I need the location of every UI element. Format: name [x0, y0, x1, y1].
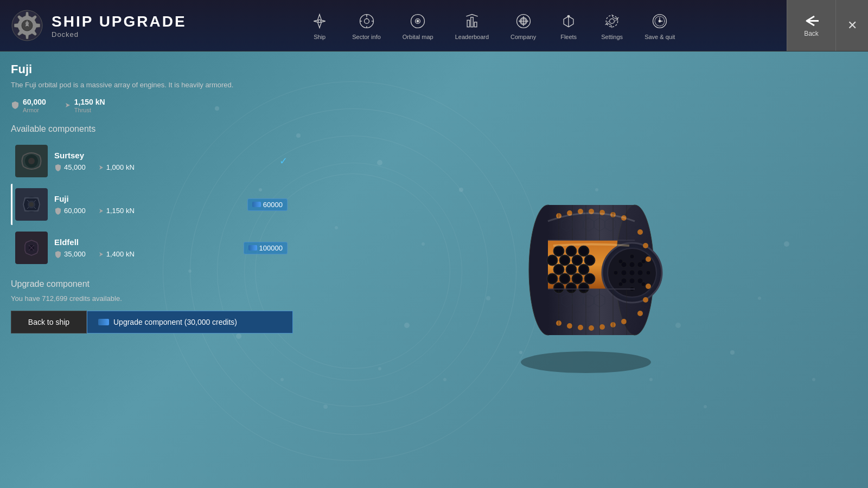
svg-rect-41	[471, 17, 473, 27]
settings-icon	[602, 11, 622, 31]
svg-point-138	[646, 256, 651, 262]
svg-point-132	[589, 325, 594, 331]
fuji-armor-value: 60,000	[64, 207, 86, 215]
nav-item-ship[interactable]: Ship	[298, 7, 341, 44]
svg-point-92	[586, 256, 593, 264]
eldfell-armor-value: 35,000	[64, 250, 86, 258]
svg-point-54	[28, 158, 35, 164]
close-icon: ✕	[847, 18, 857, 33]
svg-point-133	[599, 324, 605, 330]
svg-point-114	[614, 271, 618, 275]
component-row-fuji[interactable]: Fuji 60,000 1,150 kN	[11, 184, 293, 225]
nav-item-leaderboard[interactable]: Leaderboard	[444, 7, 500, 44]
arrow-left-icon	[803, 14, 820, 28]
fuji-cost-value: 60000	[263, 201, 283, 209]
surtsey-thrust-value: 1,000 kN	[106, 163, 135, 171]
leaderboard-icon	[462, 11, 482, 31]
svg-point-94	[567, 266, 575, 273]
armor-label: Armor	[23, 107, 46, 113]
svg-point-140	[643, 297, 648, 303]
nav-label-ship: Ship	[314, 34, 326, 40]
svg-point-47	[606, 15, 617, 27]
svg-point-130	[567, 323, 572, 329]
nav-item-orbital[interactable]: Orbital map	[392, 7, 444, 44]
eldfell-armor-stat: 35,000	[54, 250, 86, 258]
nav-label-fleets: Fleets	[560, 34, 577, 40]
components-section-title: Available components	[11, 124, 293, 134]
svg-point-95	[580, 266, 588, 273]
fuji-name: Fuji	[54, 194, 247, 203]
upgrade-section-title: Upgrade component	[11, 279, 293, 289]
nav-label-settings: Settings	[601, 34, 623, 40]
components-list: Surtsey 45,000 1,000 kN	[11, 140, 293, 268]
fuji-thumbnail	[15, 188, 48, 221]
back-to-ship-button[interactable]: Back to ship	[11, 311, 87, 333]
svg-point-88	[580, 247, 588, 255]
main-content: Fuji The Fuji orbital pod is a massive a…	[0, 52, 868, 488]
surtsey-thrust-icon	[97, 164, 104, 171]
svg-point-64	[521, 351, 651, 373]
svg-point-98	[573, 275, 581, 282]
nav-item-fleets[interactable]: Fleets	[547, 7, 590, 44]
svg-point-99	[586, 275, 593, 282]
svg-point-87	[567, 247, 575, 255]
svg-point-135	[621, 319, 627, 324]
svg-point-93	[555, 266, 563, 273]
fuji-thrust-icon	[97, 207, 104, 215]
nav-item-settings[interactable]: Settings	[590, 7, 634, 44]
fuji-cost-icon	[252, 202, 261, 207]
topbar-back-button[interactable]: Back	[787, 0, 835, 51]
nav-item-sector[interactable]: Sector info	[341, 7, 392, 44]
title-block: SHIP UPGRADE Docked	[52, 13, 187, 38]
fuji-armor-stat: 60,000	[54, 207, 86, 215]
eldfell-stats: 35,000 1,400 kN	[54, 250, 244, 258]
fuji-cost-badge: 60000	[247, 198, 288, 211]
fuji-armor-icon	[54, 207, 62, 215]
component-row-surtsey[interactable]: Surtsey 45,000 1,000 kN	[11, 140, 293, 182]
nav-items: Ship Sector info	[197, 7, 787, 44]
armor-icon	[11, 101, 20, 110]
surtsey-thrust-stat: 1,000 kN	[97, 163, 135, 171]
svg-point-45	[567, 15, 570, 17]
ship-logo-icon	[11, 9, 43, 42]
nav-label-company: Company	[510, 34, 536, 40]
svg-point-115	[646, 271, 650, 275]
svg-point-110	[637, 270, 643, 275]
thrust-label: Thrust	[74, 107, 105, 113]
svg-point-101	[567, 284, 575, 292]
thrust-icon	[62, 101, 71, 110]
topbar-close-button[interactable]: ✕	[835, 0, 868, 51]
topbar-back-label: Back	[804, 30, 819, 37]
svg-point-131	[578, 325, 583, 330]
sector-icon	[357, 11, 376, 31]
ship-icon	[310, 11, 329, 31]
svg-point-86	[555, 247, 563, 255]
eldfell-armor-icon	[54, 251, 62, 258]
svg-point-91	[573, 256, 581, 264]
right-visual	[304, 52, 868, 488]
surtsey-thumbnail	[15, 145, 48, 177]
nav-item-save-quit[interactable]: Save & quit	[634, 7, 686, 44]
svg-point-46	[610, 18, 615, 23]
svg-point-120	[618, 282, 623, 286]
credits-available: You have 712,699 credits available.	[11, 294, 293, 303]
svg-point-119	[641, 259, 646, 264]
upgrade-credits-icon	[98, 319, 109, 325]
nav-label-orbital: Orbital map	[403, 34, 433, 40]
ship-stats: 60,000 Armor 1,150 kN Thrust	[11, 97, 293, 113]
fuji-thrust-stat: 1,150 kN	[97, 207, 135, 215]
svg-point-118	[618, 259, 623, 264]
svg-point-116	[630, 254, 634, 259]
page-title: SHIP UPGRADE	[52, 13, 187, 30]
nav-label-sector: Sector info	[352, 34, 381, 40]
nav-item-company[interactable]: Company	[500, 7, 547, 44]
svg-point-102	[580, 284, 588, 292]
surtsey-armor-icon	[54, 164, 62, 171]
svg-point-141	[637, 311, 643, 316]
component-row-eldfell[interactable]: Eldfell 35,000 1,400 kN	[11, 227, 293, 268]
upgrade-component-button[interactable]: Upgrade component (30,000 credits)	[87, 311, 293, 333]
svg-point-29	[318, 20, 321, 22]
nav-label-leaderboard: Leaderboard	[455, 34, 489, 40]
svg-point-35	[364, 18, 369, 23]
action-buttons: Back to ship Upgrade component (30,000 c…	[11, 311, 293, 333]
